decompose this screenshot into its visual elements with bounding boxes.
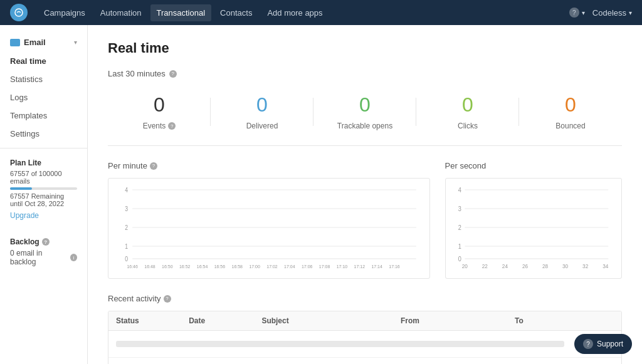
per-minute-info-icon[interactable]: ?	[150, 162, 157, 170]
svg-text:17:06: 17:06	[302, 264, 312, 270]
account-chevron: ▾	[629, 9, 632, 16]
nav-contacts[interactable]: Contacts	[214, 4, 258, 21]
table-row	[108, 331, 621, 358]
activity-table-header: Status Date Subject From To	[108, 311, 621, 331]
stats-row: 0 Events ? 0 Delivered 0 Trackable opens…	[108, 88, 622, 146]
stat-delivered-label: Delivered	[211, 122, 313, 130]
upgrade-link[interactable]: Upgrade	[10, 211, 77, 220]
col-header-date: Date	[181, 311, 254, 330]
svg-text:26: 26	[522, 263, 527, 269]
backlog-info-icon[interactable]: ?	[42, 238, 50, 246]
main-content: Real time Last 30 minutes ? 0 Events ? 0…	[88, 25, 642, 364]
account-menu[interactable]: Codeless ▾	[592, 8, 632, 18]
svg-text:16:48: 16:48	[144, 264, 155, 270]
svg-text:16:52: 16:52	[179, 264, 190, 270]
stat-events-number: 0	[108, 93, 211, 117]
svg-text:17:00: 17:00	[249, 264, 260, 270]
per-second-chart: 4 3 2 1 0 20 22 24 26 28 30 32 34	[445, 178, 622, 279]
help-menu[interactable]: ? ▾	[569, 8, 585, 18]
table-row	[108, 358, 621, 364]
plan-progress-fill	[10, 187, 32, 190]
sidebar: Email ▾ Real time Statistics Logs Templa…	[0, 25, 88, 364]
stat-clicks-label: Clicks	[416, 122, 519, 130]
plan-progress-bar	[10, 187, 77, 190]
svg-text:17:14: 17:14	[371, 264, 382, 270]
stat-bounced-number: 0	[519, 93, 622, 117]
per-minute-chart-section: Per minute ? 4 3 2 1	[108, 161, 430, 279]
support-button[interactable]: ? Support	[574, 334, 632, 354]
nav-items: Campaigns Automation Transactional Conta…	[38, 4, 564, 21]
nav-campaigns[interactable]: Campaigns	[38, 4, 92, 21]
nav-automation[interactable]: Automation	[94, 4, 148, 21]
backlog-value: 0 email in backlog i	[10, 249, 77, 266]
col-header-subject: Subject	[254, 311, 393, 330]
svg-text:16:58: 16:58	[232, 264, 243, 270]
svg-text:16:56: 16:56	[214, 264, 225, 270]
page-title: Real time	[108, 40, 622, 56]
events-info-icon[interactable]: ?	[168, 122, 176, 130]
backlog-label: Backlog ?	[10, 237, 77, 246]
stat-bounced: 0 Bounced	[519, 88, 622, 135]
stat-trackable-number: 0	[313, 93, 416, 117]
stat-clicks: 0 Clicks	[416, 88, 519, 135]
stat-trackable: 0 Trackable opens	[313, 88, 416, 135]
nav-transactional[interactable]: Transactional	[150, 4, 212, 21]
last30-info-icon[interactable]: ?	[169, 70, 177, 78]
support-icon: ?	[583, 339, 593, 349]
svg-text:2: 2	[125, 224, 128, 231]
svg-text:2: 2	[458, 224, 461, 231]
svg-text:3: 3	[125, 205, 128, 212]
svg-text:1: 1	[125, 243, 128, 250]
svg-text:24: 24	[502, 263, 507, 269]
email-section-label: Email	[10, 38, 46, 47]
svg-text:1: 1	[458, 243, 461, 250]
sidebar-nav: Real time Statistics Logs Templates Sett…	[0, 52, 87, 143]
plan-emails: 67557 of 100000 emails	[10, 170, 77, 185]
sidebar-item-templates[interactable]: Templates	[0, 107, 87, 125]
email-section-header[interactable]: Email ▾	[0, 33, 87, 52]
sidebar-item-realtime[interactable]: Real time	[0, 52, 87, 70]
col-header-to: To	[507, 311, 621, 330]
skeleton-bar	[116, 341, 564, 347]
plan-remaining: 67557 Remaining until Oct 28, 2022	[10, 192, 77, 207]
stat-events-label: Events ?	[108, 122, 211, 130]
svg-text:22: 22	[482, 263, 487, 269]
recent-activity-title: Recent activity ?	[108, 294, 622, 303]
email-icon	[10, 39, 20, 46]
sidebar-item-settings[interactable]: Settings	[0, 125, 87, 143]
recent-activity-info-icon[interactable]: ?	[164, 295, 171, 303]
stat-clicks-number: 0	[416, 93, 519, 117]
svg-text:3: 3	[458, 205, 461, 212]
stat-delivered: 0 Delivered	[211, 88, 313, 135]
activity-table: Status Date Subject From To	[108, 311, 622, 364]
app-logo[interactable]	[10, 4, 28, 21]
svg-text:17:02: 17:02	[266, 264, 277, 270]
svg-text:28: 28	[542, 263, 548, 269]
svg-text:20: 20	[461, 263, 467, 269]
svg-text:16:54: 16:54	[197, 264, 208, 270]
sidebar-item-statistics[interactable]: Statistics	[0, 70, 87, 88]
svg-text:4: 4	[125, 187, 128, 194]
svg-text:16:46: 16:46	[127, 264, 137, 270]
per-minute-chart: 4 3 2 1 0 16:46 16:48 16:50 16:52 16:54 …	[108, 178, 430, 279]
plan-info: Plan Lite 67557 of 100000 emails 67557 R…	[0, 148, 87, 230]
last-30-label: Last 30 minutes ?	[108, 69, 622, 78]
email-section-chevron: ▾	[74, 39, 77, 46]
support-label: Support	[597, 340, 623, 348]
activity-cell	[108, 336, 621, 352]
svg-text:17:12: 17:12	[354, 264, 365, 270]
svg-text:4: 4	[458, 187, 461, 194]
stat-trackable-label: Trackable opens	[313, 122, 416, 130]
plan-name: Plan Lite	[10, 159, 77, 167]
svg-text:17:10: 17:10	[337, 264, 347, 270]
per-second-chart-section: Per second 4 3 2 1 0	[445, 161, 622, 279]
backlog-section: Backlog ? 0 email in backlog i	[0, 230, 87, 274]
backlog-value-info-icon[interactable]: i	[70, 254, 77, 261]
svg-text:0: 0	[125, 256, 128, 263]
sidebar-item-logs[interactable]: Logs	[0, 88, 87, 107]
col-header-from: From	[393, 311, 507, 330]
nav-add-apps[interactable]: Add more apps	[261, 4, 329, 21]
svg-text:17:08: 17:08	[319, 264, 330, 270]
svg-text:17:16: 17:16	[389, 264, 399, 270]
svg-text:34: 34	[603, 263, 608, 269]
